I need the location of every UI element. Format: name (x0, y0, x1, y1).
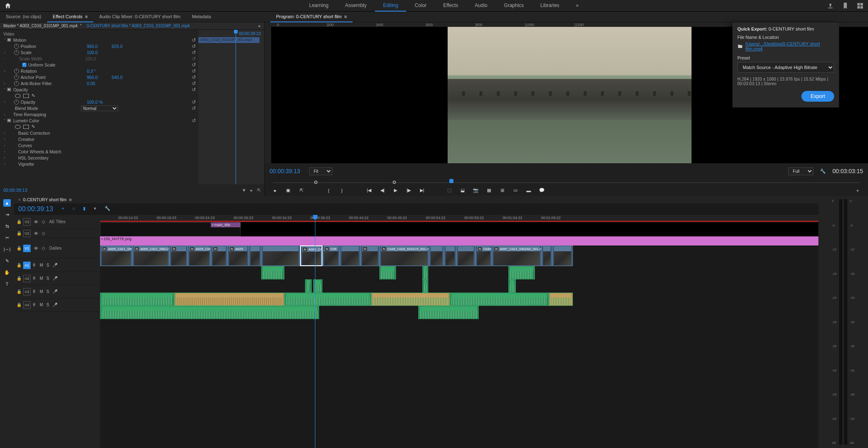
ws-overflow[interactable]: » (568, 0, 587, 12)
track-a4[interactable] (100, 306, 818, 319)
settings-icon2[interactable]: ▾ (94, 206, 100, 212)
clip-a3-0[interactable] (100, 293, 174, 306)
clip-v1-13[interactable] (429, 245, 444, 266)
clip-v1-5[interactable]: fxA025 (227, 245, 249, 266)
step-fwd-icon[interactable]: |▶ (405, 187, 413, 194)
track-header-a4[interactable]: 🔒A4 🎙MS🎤 (14, 298, 100, 312)
clip-v1-4[interactable]: fx (211, 245, 227, 266)
timeline-ruler[interactable]: 00:00:14:23 00:00:19:23 00:00:24:23 00:0… (100, 215, 818, 221)
settings-icon[interactable]: 🔧 (820, 169, 826, 174)
button-editor-icon[interactable]: + (854, 187, 861, 194)
clip-v1-12[interactable]: fxC048_C028_0101C5_001.mp4 (379, 245, 429, 266)
ec-opacity[interactable]: ›Opacity100.0 %↺ (0, 99, 198, 105)
ripple-edit-icon[interactable]: ⇆ (3, 222, 11, 230)
ws-assembly[interactable]: Assembly (337, 0, 375, 12)
clip-a4-0[interactable] (100, 306, 319, 319)
ec-anchor[interactable]: Anchor Point960.0540.0↺ (0, 74, 198, 80)
ws-effects[interactable]: Effects (435, 0, 466, 12)
ec-lumetri[interactable]: ˅fxLumetri Color↺ (0, 117, 198, 124)
mute-icon[interactable]: 🎙 (32, 263, 36, 267)
clip-a1-1[interactable] (379, 266, 396, 279)
track-a2[interactable] (100, 279, 818, 293)
clip-v1-7[interactable] (261, 245, 300, 266)
timeline-tracks[interactable]: 00:00:14:23 00:00:19:23 00:00:24:23 00:0… (100, 215, 818, 448)
ec-colorwheels[interactable]: ›Color Wheels & Match (0, 148, 198, 155)
tab-metadata[interactable]: Metadata (186, 12, 217, 22)
in-point-handle[interactable] (314, 181, 317, 184)
sync-lock-icon[interactable]: ◇ (42, 219, 45, 224)
track-a1[interactable] (100, 266, 818, 279)
vr-icon[interactable]: ▬ (525, 187, 532, 194)
home-icon[interactable] (4, 2, 12, 10)
qe-preset-select[interactable]: Match Source - Adaptive High Bitrate (737, 62, 834, 73)
ec-creative[interactable]: ›Creative (0, 136, 198, 142)
clip-v1-6[interactable] (249, 245, 261, 266)
sequence-tab[interactable]: ×0-CENTURY short film ≡ (14, 196, 818, 203)
hand-tool-icon[interactable]: ✋ (3, 269, 11, 276)
ws-libraries[interactable]: Libraries (532, 0, 568, 12)
toggle-output-icon[interactable]: 👁 (34, 219, 38, 224)
clip-v1-3[interactable]: fxA025_C00 (188, 245, 211, 266)
track-header-v2[interactable]: 🔒V2 👁◇ (14, 229, 100, 238)
clip-v1-19[interactable] (552, 245, 573, 266)
track-v3[interactable]: ▪ main_title 3.mov (100, 222, 818, 236)
ec-opacity-group[interactable]: ˅fxOpacity↺ (0, 86, 198, 93)
resolution-select[interactable]: Full (788, 167, 813, 175)
lift-icon[interactable]: ⬚ (446, 187, 453, 194)
voice-icon[interactable]: 🎤 (52, 263, 57, 267)
go-start-icon[interactable]: |◀ (365, 187, 373, 194)
proxy-icon[interactable]: ▭ (512, 187, 519, 194)
zoom-fit-select[interactable]: Fit (309, 167, 332, 175)
ec-vignette[interactable]: ›Vignette (0, 161, 198, 167)
clip-v1-2[interactable]: fx (169, 245, 188, 266)
ec-curves[interactable]: ›Curves (0, 142, 198, 148)
wrench-icon[interactable]: 🔧 (105, 206, 111, 212)
clip-a2-2[interactable] (422, 279, 428, 293)
clip-v1-15[interactable] (456, 245, 475, 266)
track-header-v1[interactable]: 🔒V1 👁◇ Dailies (14, 238, 100, 259)
marker-out-icon[interactable]: ⇱ (257, 188, 261, 193)
clip-v1-8-selected[interactable]: fxA003_C016 (300, 245, 322, 266)
ec-scale[interactable]: ›Scale100.0↺ (0, 49, 198, 55)
selection-tool-icon[interactable]: ▲ (3, 199, 11, 207)
ec-uniform[interactable]: Uniform Scale↺ (0, 62, 198, 68)
linked-sel-icon[interactable]: ∩ (72, 206, 79, 212)
clip-a3-1[interactable] (174, 293, 284, 306)
clip-v1-0[interactable]: fxA005_C011_0901Z (100, 245, 132, 266)
blend-mode-select[interactable]: Normal (81, 105, 118, 111)
clip-v1-17[interactable]: fxA097_C012_0302AD_001.m (492, 245, 541, 266)
track-a3[interactable] (100, 293, 818, 306)
ec-flicker[interactable]: ›Anti-flicker Filter0.00↺ (0, 80, 198, 86)
workspace-icon[interactable] (856, 2, 864, 10)
camera-icon[interactable]: 📷 (472, 187, 479, 194)
ec-motion[interactable]: ˅fxMotion↺ (0, 37, 198, 43)
track-header-a3[interactable]: 🔒A3 🎙MS🎤 (14, 285, 100, 298)
compare-icon[interactable]: ▦ (485, 187, 493, 194)
track-select-icon[interactable]: ⇥ (3, 211, 11, 218)
go-out-icon[interactable]: } (338, 187, 346, 194)
track-header-v3[interactable]: 🔒 V3 👁 ◇ AE Titles (14, 215, 100, 229)
ws-graphics[interactable]: Graphics (496, 0, 532, 12)
quick-export-icon[interactable] (842, 2, 849, 10)
ws-audio[interactable]: Audio (467, 0, 496, 12)
clip-v1-1[interactable]: fxA005_C011_0901ZB_001 (132, 245, 169, 266)
lock-icon[interactable]: 🔒 (17, 219, 21, 224)
track-header-a1[interactable]: 🔒A1 🎙MS🎤 (14, 259, 100, 272)
play-icon[interactable]: ▶ (392, 187, 399, 194)
clip-a3-5[interactable] (549, 293, 573, 306)
filter-icon[interactable]: ▼ (242, 188, 246, 193)
clip-a1-2[interactable] (422, 266, 428, 279)
slip-icon[interactable]: |↔| (3, 245, 11, 253)
comment-icon[interactable]: 💬 (538, 187, 546, 194)
playhead-handle[interactable] (449, 179, 453, 183)
ec-basic[interactable]: ›Basic Correction (0, 130, 198, 136)
clip-v1-9[interactable]: fxC05 (322, 245, 340, 266)
clip-a3-4[interactable] (450, 293, 549, 306)
clip-a4-1[interactable] (418, 306, 479, 319)
ec-timeremap[interactable]: ›Time Remapping (0, 111, 198, 117)
type-tool-icon[interactable]: T (3, 280, 11, 288)
ec-keyframe-area[interactable]: 00:00:39:23 A003_C016_0101MP_001.mp4 (198, 30, 264, 184)
snap-icon[interactable]: ⌖ (62, 206, 68, 212)
mark-in-icon[interactable]: ▣ (284, 187, 292, 194)
track-v1[interactable]: fxA005_C011_0901Z fxA005_C011_0901ZB_001… (100, 245, 818, 266)
